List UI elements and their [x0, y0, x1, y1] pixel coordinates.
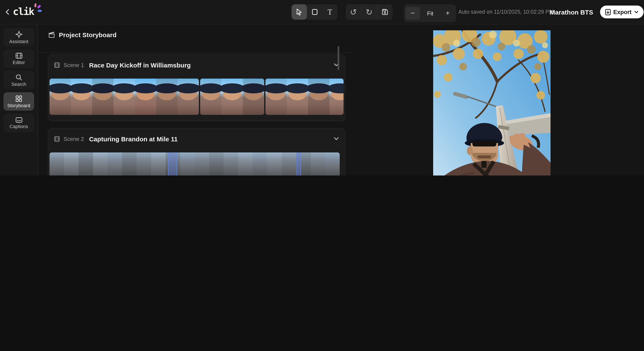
filmstrip-frame	[92, 79, 114, 115]
filmstrip-frame	[325, 152, 340, 176]
filmstrip-frame	[308, 79, 330, 115]
filmstrip-frame	[222, 79, 243, 115]
project-title[interactable]: Marathon BTS	[548, 0, 595, 24]
filmstrip-clip[interactable]	[50, 79, 199, 115]
storyboard-scrollbar[interactable]	[338, 46, 339, 70]
editor-icon	[15, 53, 22, 59]
captions-icon	[15, 117, 22, 123]
filmstrip-frame	[224, 152, 238, 176]
header-divider	[38, 53, 352, 53]
filmstrip-frame	[122, 152, 136, 176]
filmstrip-frame	[93, 152, 108, 176]
filmstrip-frame	[71, 79, 92, 115]
save-button[interactable]	[377, 4, 393, 20]
filmstrip-frame	[108, 152, 122, 176]
edit-tools-group: T	[292, 4, 338, 20]
filmstrip-frame	[287, 79, 308, 115]
filmstrip-frame	[238, 152, 253, 176]
zoom-fit-button[interactable]: Fit	[420, 10, 440, 17]
chevron-down-icon	[634, 11, 638, 14]
filmstrip-frame	[200, 79, 222, 115]
scene-card: Scene 2Capturing Brandon at Mile 11	[48, 128, 345, 176]
clapperboard-icon	[48, 32, 55, 38]
logo-spark-pink	[34, 4, 37, 8]
sidebar-item-label: Assistant	[9, 39, 28, 44]
sidebar-item-assistant[interactable]: Assistant	[4, 28, 34, 47]
app-logo[interactable]: clik	[13, 6, 34, 17]
storyboard-icon	[15, 95, 22, 102]
filmstrip-frame	[114, 79, 135, 115]
filmstrip-selection[interactable]	[168, 152, 177, 176]
preview-frame-art: α7 24-70 GM	[433, 30, 550, 176]
filmstrip-frame	[78, 152, 93, 176]
sidebar-item-label: Search	[11, 81, 26, 87]
scene-badge: Scene 1	[64, 62, 84, 68]
search-icon	[15, 74, 22, 81]
export-button-label: Export	[613, 9, 632, 15]
filmstrip-frame	[178, 79, 199, 115]
filmstrip-frame	[209, 152, 224, 176]
sidebar-nav: AssistantEditorSearchStoryboardCaptions	[0, 28, 38, 132]
sidebar-item-label: Captions	[10, 124, 28, 129]
film-icon	[54, 136, 60, 142]
filmstrip-clip[interactable]	[266, 79, 344, 115]
filmstrip-frame	[136, 152, 151, 176]
topbar: clik T ↺ ↻	[0, 0, 644, 24]
storyboard-title: Project Storyboard	[59, 31, 116, 39]
zoom-in-button[interactable]: +	[440, 7, 455, 20]
filmstrip-clip[interactable]	[50, 152, 340, 176]
filmstrip-selection[interactable]	[296, 152, 301, 176]
export-file-icon	[605, 9, 611, 15]
filmstrip-frame	[330, 79, 344, 115]
redo-button[interactable]: ↻	[362, 4, 377, 20]
redo-icon: ↻	[366, 8, 372, 16]
scene-header[interactable]: Scene 1Race Day Kickoff in Williamsburg	[54, 60, 339, 70]
shape-tool-button[interactable]	[307, 4, 322, 20]
sidebar-item-search[interactable]: Search	[4, 71, 34, 89]
video-preview: α7 24-70 GM	[433, 30, 550, 176]
history-tools-group: ↺ ↻	[346, 4, 393, 20]
rectangle-icon	[311, 9, 318, 15]
filmstrip-frame	[151, 152, 166, 176]
undo-button[interactable]: ↺	[346, 4, 362, 20]
app-logo-text: clik	[13, 6, 34, 17]
select-tool-button[interactable]	[292, 4, 307, 20]
canvas-zoom-control: − Fit +	[404, 4, 456, 22]
back-button[interactable]	[5, 9, 10, 15]
filmstrip-frame	[50, 79, 71, 115]
filmstrip-frame	[253, 152, 267, 176]
film-icon	[54, 62, 60, 68]
sidebar-item-captions[interactable]: Captions	[4, 114, 34, 132]
filmstrip-frame	[50, 152, 64, 176]
scene-filmstrip[interactable]	[50, 152, 344, 176]
zoom-out-button[interactable]: −	[406, 7, 420, 20]
scene-card: Scene 1Race Day Kickoff in Williamsburg	[48, 54, 345, 121]
filmstrip-frame	[180, 152, 194, 176]
sidebar-item-label: Editor	[12, 60, 25, 65]
undo-icon: ↺	[350, 8, 357, 16]
filmstrip-frame	[243, 79, 264, 115]
chevron-down-icon[interactable]	[334, 137, 339, 141]
scene-badge: Scene 2	[64, 136, 84, 142]
filmstrip-frame	[64, 152, 78, 176]
sidebar-item-label: Storyboard	[7, 103, 30, 108]
sidebar: AssistantEditorSearchStoryboardCaptions	[0, 24, 38, 176]
filmstrip-frame	[194, 152, 209, 176]
text-tool-button[interactable]: T	[322, 4, 338, 20]
storyboard-panel: Project Storyboard Scene 1Race Day Kicko…	[38, 24, 394, 176]
filmstrip-clip[interactable]	[200, 79, 264, 115]
cursor-icon	[296, 9, 302, 15]
sidebar-item-editor[interactable]: Editor	[4, 50, 34, 68]
logo-spark-purple	[37, 5, 42, 9]
filmstrip-frame	[311, 152, 325, 176]
sidebar-item-storyboard[interactable]: Storyboard	[4, 92, 34, 111]
scene-header[interactable]: Scene 2Capturing Brandon at Mile 11	[54, 134, 339, 144]
filmstrip-frame	[156, 79, 178, 115]
app-window: clik T ↺ ↻	[0, 0, 644, 176]
scene-filmstrip[interactable]	[50, 79, 344, 115]
save-icon	[382, 9, 388, 15]
export-button[interactable]: Export	[600, 6, 644, 18]
filmstrip-frame	[135, 79, 156, 115]
filmstrip-frame	[282, 152, 296, 176]
filmstrip-frame	[267, 152, 282, 176]
